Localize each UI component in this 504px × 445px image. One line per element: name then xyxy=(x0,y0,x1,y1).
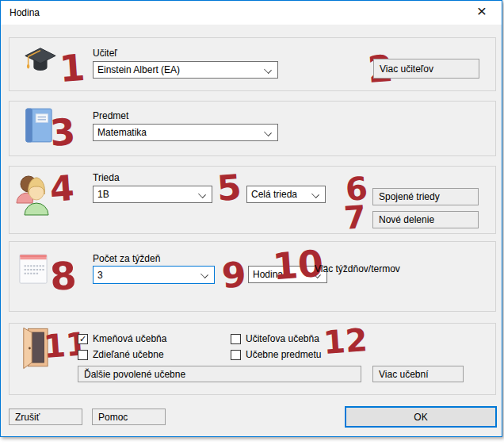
annotation-7: 7 xyxy=(343,201,368,234)
more-weeks-terms-link[interactable]: Viac týždňov/termov xyxy=(315,263,400,274)
cancel-button[interactable]: Zrušiť xyxy=(9,409,82,425)
joined-classes-button[interactable]: Spojené triedy xyxy=(372,188,479,205)
checkbox-subject-classrooms[interactable]: Učebne predmetu xyxy=(231,349,321,360)
ok-button[interactable]: OK xyxy=(345,406,497,428)
checkbox-label: Učiteľova učebňa xyxy=(246,333,319,344)
checkbox-home-classroom[interactable]: ✓ Kmeňová učebňa xyxy=(78,333,166,344)
checkbox-label: Učebne predmetu xyxy=(246,349,321,360)
annotation-4: 4 xyxy=(49,171,76,207)
annotation-1: 1 xyxy=(58,49,86,87)
checkbox-unchecked-icon xyxy=(231,334,241,344)
teacher-select[interactable]: Einstein Albert (EA) xyxy=(93,61,278,79)
checkbox-label: Zdieľané učebne xyxy=(93,349,164,360)
checkbox-shared-classrooms[interactable]: Zdieľané učebne xyxy=(78,349,164,360)
subject-select[interactable]: Matematika xyxy=(93,124,278,141)
titlebar: Hodina × xyxy=(1,1,502,25)
chevron-down-icon xyxy=(264,129,272,136)
class-scope-select[interactable]: Celá trieda xyxy=(246,186,326,203)
annotation-5: 5 xyxy=(216,170,243,206)
screenshot-stage: Hodina × xyxy=(0,0,504,445)
subject-select-value: Matematika xyxy=(97,127,147,138)
annotation-3: 3 xyxy=(48,113,76,152)
teacher-label: Učiteľ xyxy=(93,48,117,59)
checkbox-checked-icon: ✓ xyxy=(78,334,88,344)
graduation-cap-icon xyxy=(21,42,58,80)
annotation-8: 8 xyxy=(48,256,78,296)
chevron-down-icon xyxy=(198,190,206,198)
help-button[interactable]: Pomoc xyxy=(92,409,166,425)
calendar-icon xyxy=(18,251,48,288)
checkbox-teachers-classroom[interactable]: Učiteľova učebňa xyxy=(231,333,319,344)
checkbox-label: Kmeňová učebňa xyxy=(93,333,166,344)
other-allowed-classrooms-button[interactable]: Ďalšie povolené učebne xyxy=(78,366,361,382)
annotation-12: 12 xyxy=(323,324,368,359)
subject-label: Predmet xyxy=(93,110,128,121)
class-label: Trieda xyxy=(93,172,120,183)
class-select[interactable]: 1B xyxy=(93,186,212,203)
count-select[interactable]: 3 xyxy=(93,266,215,284)
window-title: Hodina xyxy=(10,7,40,18)
more-classrooms-button[interactable]: Viac učební xyxy=(372,366,464,382)
checkbox-unchecked-icon xyxy=(78,350,88,360)
count-label: Počet za týždeň xyxy=(93,253,160,264)
annotation-9: 9 xyxy=(221,257,248,293)
count-select-value: 3 xyxy=(97,270,103,281)
chevron-down-icon xyxy=(264,66,272,74)
new-division-button[interactable]: Nové delenie xyxy=(372,211,479,228)
teacher-select-value: Einstein Albert (EA) xyxy=(97,64,180,75)
chevron-down-icon xyxy=(200,270,208,278)
close-icon[interactable]: × xyxy=(472,2,491,21)
more-teachers-button[interactable]: Viac učiteľov xyxy=(373,59,479,79)
checkbox-unchecked-icon xyxy=(231,350,241,360)
class-scope-value: Celá trieda xyxy=(251,189,297,200)
chevron-down-icon xyxy=(311,190,319,198)
lesson-dialog: Hodina × xyxy=(0,0,502,437)
class-select-value: 1B xyxy=(97,189,109,200)
